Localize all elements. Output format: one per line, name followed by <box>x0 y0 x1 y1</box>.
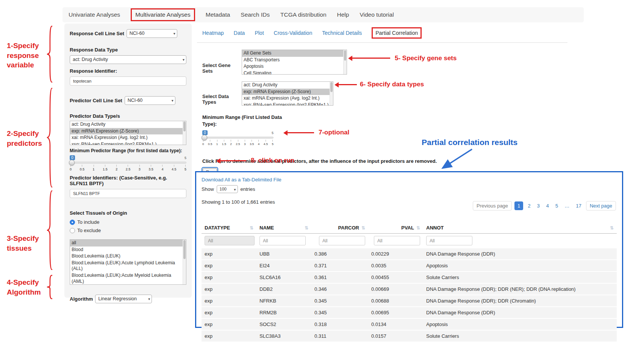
tissues-listbox[interactable]: all Blood Blood:Leukemia (LEUK) Blood:Le… <box>70 239 186 285</box>
show-entries-select[interactable]: 100 ▾ <box>217 185 238 193</box>
list-option-selected[interactable]: All Gene Sets <box>242 50 347 57</box>
tab-partial-correlation[interactable]: Partial Correlation <box>372 27 422 39</box>
list-option[interactable]: Blood:Leukemia (LEUK):Acute Lymphoid Leu… <box>70 260 186 272</box>
scrollbar-thumb[interactable] <box>183 240 186 259</box>
min-predictor-range-slider[interactable]: 0 5 00.511.522.533.544.55 <box>70 155 186 172</box>
radio-selected-icon[interactable] <box>70 220 75 225</box>
filter-datatype-input[interactable] <box>205 236 255 245</box>
radio-to-exclude[interactable]: To exclude <box>70 228 186 233</box>
scrollbar[interactable] <box>183 240 186 284</box>
algorithm-select[interactable]: Linear Regression ▾ <box>95 295 152 303</box>
sort-icon[interactable]: ⇅ <box>361 225 365 231</box>
slider-track[interactable] <box>202 137 274 139</box>
slider-tick-labels: 00.511.522.533.544.55 <box>70 167 186 171</box>
list-option-selected[interactable]: all <box>70 240 186 247</box>
nav-metadata[interactable]: Metadata <box>206 11 230 18</box>
list-option[interactable]: act: Drug Activity <box>70 121 186 128</box>
chevron-down-icon: ▾ <box>172 97 174 105</box>
page-button-2[interactable]: 2 <box>526 201 532 210</box>
filter-annot-input[interactable] <box>426 236 472 245</box>
list-option-selected[interactable]: exp: mRNA Expression (Z-Score) <box>242 89 333 95</box>
annotation-step4: 4-Specify Algorithm <box>7 278 48 297</box>
list-option[interactable]: xai: mRNA Expression (Avg. log2 Int.) <box>242 95 333 102</box>
slider-track[interactable] <box>70 162 186 164</box>
scrollbar-thumb[interactable] <box>330 82 333 92</box>
predictor-data-types-listbox[interactable]: act: Drug Activity exp: mRNA Expression … <box>70 121 186 145</box>
data-types-listbox[interactable]: act: Drug Activity exp: mRNA Expression … <box>242 81 333 106</box>
filter-parcor-input[interactable] <box>319 236 365 245</box>
annotation-step7: 7-optional <box>319 129 349 136</box>
scrollbar[interactable] <box>343 50 347 74</box>
sort-icon[interactable]: ⇅ <box>305 225 308 231</box>
sort-icon[interactable]: ⇅ <box>250 225 253 231</box>
column-header-datatype[interactable]: DATATYPE⇅ <box>202 222 256 234</box>
page-button-17[interactable]: 17 <box>574 201 583 210</box>
response-identifier-input[interactable] <box>70 76 186 86</box>
previous-page-button[interactable]: Previous page <box>473 201 512 211</box>
sort-icon[interactable]: ⇅ <box>610 225 614 231</box>
table-row[interactable]: exp UBB 0.386 0.00229 DNA Damage Respons… <box>202 248 617 260</box>
tab-technical-details[interactable]: Technical Details <box>322 30 362 36</box>
predictor-data-types-label: Predictor Data Type/s <box>70 113 186 119</box>
table-row[interactable]: exp NFRKB 0.345 0.00688 DNA Damage Respo… <box>202 295 617 307</box>
list-option[interactable]: Apoptosis <box>242 63 347 70</box>
column-header-pval[interactable]: PVAL⇅ <box>368 222 423 234</box>
list-option-selected[interactable]: exp: mRNA Expression (Z-Score) <box>70 128 186 135</box>
slider-tick-labels: 00.511.522.533.544.55 <box>202 142 274 146</box>
filter-name-input[interactable] <box>259 236 306 245</box>
list-option[interactable]: ABC Transporters <box>242 57 347 64</box>
tab-cross-validation[interactable]: Cross-Validation <box>274 30 313 36</box>
scrollbar-thumb[interactable] <box>183 122 186 131</box>
predictor-identifiers-input[interactable] <box>70 189 186 198</box>
table-row[interactable]: exp EI24 0.371 0.0035 Apoptosis <box>202 260 617 272</box>
list-option[interactable]: Blood:Leukemia (LEUK) <box>70 253 186 260</box>
nav-help[interactable]: Help <box>337 11 349 18</box>
page-button-4[interactable]: 4 <box>544 201 551 210</box>
page-button-5[interactable]: 5 <box>553 201 560 210</box>
list-option[interactable]: Cell Signaling <box>242 70 347 75</box>
scrollbar-thumb[interactable] <box>344 50 346 61</box>
radio-to-include[interactable]: To include <box>70 219 186 225</box>
filter-pval-input[interactable] <box>374 236 420 245</box>
list-option[interactable]: Blood:Leukemia (LEUK):Acute Myeloid Leuk… <box>70 272 186 285</box>
scrollbar[interactable] <box>330 82 333 105</box>
list-option[interactable]: Blood <box>70 247 186 253</box>
column-header-annot[interactable]: ANNOT⇅ <box>423 222 617 234</box>
list-option[interactable]: act: Drug Activity <box>242 82 333 89</box>
tab-plot[interactable]: Plot <box>255 30 264 36</box>
nav-univariate-analyses[interactable]: Univariate Analyses <box>69 11 120 18</box>
arrow-left-icon <box>287 132 314 133</box>
chevron-down-icon: ▾ <box>174 30 175 37</box>
download-link[interactable]: Download All as a Tab-Delimited File <box>202 177 281 183</box>
column-header-parcor[interactable]: PARCOR⇅ <box>311 222 368 234</box>
sort-icon[interactable]: ⇅ <box>416 225 420 231</box>
tab-data[interactable]: Data <box>234 30 245 36</box>
gene-sets-listbox[interactable]: All Gene Sets ABC Transporters Apoptosis… <box>242 50 347 75</box>
table-row[interactable]: exp RRM2B 0.345 0.00695 DNA Damage Respo… <box>202 307 617 318</box>
next-page-button[interactable]: Next page <box>586 201 616 211</box>
slider-ticks <box>70 165 186 167</box>
scrollbar[interactable] <box>183 121 186 145</box>
predictor-cell-line-set-select[interactable]: NCI-60 ▾ <box>125 96 175 105</box>
nav-video-tutorial[interactable]: Video tutorial <box>360 11 394 18</box>
column-header-name[interactable]: NAME⇅ <box>256 222 311 234</box>
response-cell-line-set-select[interactable]: NCI-60 ▾ <box>127 29 177 38</box>
min-range-slider[interactable]: 0 5 00.511.522.533.544.55 <box>202 130 274 147</box>
annotation-step5: 5- Specify gene sets <box>395 55 456 62</box>
response-identifier-label: Response Identifier: <box>70 68 186 74</box>
nav-tcga-distribution[interactable]: TCGA distribution <box>280 11 326 18</box>
tab-heatmap[interactable]: Heatmap <box>202 30 224 36</box>
table-row[interactable]: exp SLC6A16 0.361 0.00455 Solute Carrier… <box>202 272 617 283</box>
list-option[interactable]: xai: mRNA Expression (Avg. log2 Int.) <box>70 134 186 141</box>
response-data-type-select[interactable]: act: Drug Activity ▾ <box>70 55 186 64</box>
page-button-1[interactable]: 1 <box>514 201 523 210</box>
list-option[interactable]: xsq: RNA-seq Expression (log2 FPKM+1.) <box>242 102 333 106</box>
radio-unselected-icon[interactable] <box>70 228 75 233</box>
page-button-3[interactable]: 3 <box>535 201 542 210</box>
table-row[interactable]: exp SOCS2 0.318 0.0134 Apoptosis <box>202 318 617 330</box>
list-option[interactable]: xsq: RNA-seq Expression (log2 FPKM+1.) <box>70 141 186 145</box>
nav-multivariate-analyses[interactable]: Multivariate Analyses <box>131 8 195 21</box>
nav-search-ids[interactable]: Search IDs <box>241 11 270 18</box>
table-row[interactable]: exp SLC38A3 0.311 0.0157 Solute Carriers <box>202 330 617 342</box>
table-row[interactable]: exp DDB2 0.346 0.00669 DNA Damage Respon… <box>202 283 617 295</box>
